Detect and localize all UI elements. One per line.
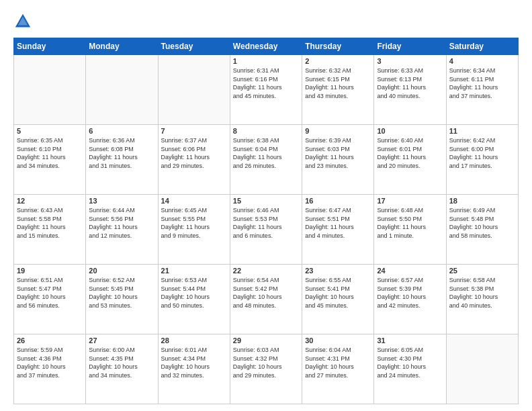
col-header-sunday: Sunday <box>14 38 86 55</box>
day-number: 23 <box>305 267 371 275</box>
day-number: 5 <box>17 127 83 135</box>
calendar-cell: 17Sunrise: 6:48 AM Sunset: 5:50 PM Dayli… <box>374 195 446 265</box>
day-info: Sunrise: 6:52 AM Sunset: 5:45 PM Dayligh… <box>89 276 154 310</box>
day-number: 4 <box>449 57 515 65</box>
calendar-cell <box>446 334 518 404</box>
day-number: 18 <box>449 197 515 205</box>
col-header-tuesday: Tuesday <box>158 38 230 55</box>
day-info: Sunrise: 6:45 AM Sunset: 5:55 PM Dayligh… <box>161 206 227 240</box>
col-header-saturday: Saturday <box>446 38 518 55</box>
day-info: Sunrise: 6:34 AM Sunset: 6:11 PM Dayligh… <box>449 66 515 100</box>
calendar-cell: 15Sunrise: 6:46 AM Sunset: 5:53 PM Dayli… <box>230 195 302 265</box>
day-number: 26 <box>17 336 83 345</box>
day-number: 3 <box>377 57 443 65</box>
calendar-cell: 19Sunrise: 6:51 AM Sunset: 5:47 PM Dayli… <box>14 265 86 334</box>
day-number: 8 <box>233 127 299 135</box>
header <box>13 12 519 31</box>
logo-icon <box>13 12 32 31</box>
day-number: 15 <box>233 197 299 205</box>
day-number: 16 <box>305 197 371 205</box>
day-number: 13 <box>89 197 154 205</box>
calendar-cell: 26Sunrise: 5:59 AM Sunset: 4:36 PM Dayli… <box>14 334 86 404</box>
calendar-cell: 7Sunrise: 6:37 AM Sunset: 6:06 PM Daylig… <box>158 125 230 195</box>
day-info: Sunrise: 6:38 AM Sunset: 6:04 PM Dayligh… <box>233 136 299 170</box>
day-info: Sunrise: 5:59 AM Sunset: 4:36 PM Dayligh… <box>17 346 83 379</box>
calendar-table: SundayMondayTuesdayWednesdayThursdayFrid… <box>13 38 519 404</box>
calendar-cell: 14Sunrise: 6:45 AM Sunset: 5:55 PM Dayli… <box>158 195 230 265</box>
calendar-cell: 3Sunrise: 6:33 AM Sunset: 6:13 PM Daylig… <box>374 55 446 125</box>
col-header-friday: Friday <box>374 38 446 55</box>
calendar-cell: 30Sunrise: 6:04 AM Sunset: 4:31 PM Dayli… <box>302 334 374 404</box>
calendar-cell <box>158 55 230 125</box>
day-number: 14 <box>161 197 227 205</box>
day-number: 7 <box>161 127 227 135</box>
calendar-cell: 31Sunrise: 6:05 AM Sunset: 4:30 PM Dayli… <box>374 334 446 404</box>
day-number: 31 <box>377 336 443 345</box>
calendar-cell: 9Sunrise: 6:39 AM Sunset: 6:03 PM Daylig… <box>302 125 374 195</box>
day-info: Sunrise: 6:58 AM Sunset: 5:38 PM Dayligh… <box>449 276 515 310</box>
day-info: Sunrise: 6:32 AM Sunset: 6:15 PM Dayligh… <box>305 66 371 100</box>
calendar-cell: 23Sunrise: 6:55 AM Sunset: 5:41 PM Dayli… <box>302 265 374 334</box>
day-info: Sunrise: 6:48 AM Sunset: 5:50 PM Dayligh… <box>377 206 443 240</box>
day-info: Sunrise: 6:54 AM Sunset: 5:42 PM Dayligh… <box>233 276 299 310</box>
calendar-cell: 29Sunrise: 6:03 AM Sunset: 4:32 PM Dayli… <box>230 334 302 404</box>
calendar-cell: 18Sunrise: 6:49 AM Sunset: 5:48 PM Dayli… <box>446 195 518 265</box>
day-info: Sunrise: 6:46 AM Sunset: 5:53 PM Dayligh… <box>233 206 299 240</box>
header-row: SundayMondayTuesdayWednesdayThursdayFrid… <box>14 38 519 55</box>
calendar-cell: 11Sunrise: 6:42 AM Sunset: 6:00 PM Dayli… <box>446 125 518 195</box>
day-number: 12 <box>17 197 83 205</box>
day-info: Sunrise: 6:53 AM Sunset: 5:44 PM Dayligh… <box>161 276 227 310</box>
day-number: 20 <box>89 267 154 275</box>
calendar-cell: 25Sunrise: 6:58 AM Sunset: 5:38 PM Dayli… <box>446 265 518 334</box>
day-info: Sunrise: 6:43 AM Sunset: 5:58 PM Dayligh… <box>17 206 83 240</box>
day-number: 24 <box>377 267 443 275</box>
day-info: Sunrise: 6:04 AM Sunset: 4:31 PM Dayligh… <box>305 346 371 379</box>
day-info: Sunrise: 6:35 AM Sunset: 6:10 PM Dayligh… <box>17 136 83 170</box>
week-row-2: 12Sunrise: 6:43 AM Sunset: 5:58 PM Dayli… <box>14 195 519 265</box>
page: SundayMondayTuesdayWednesdayThursdayFrid… <box>0 0 532 411</box>
day-number: 9 <box>305 127 371 135</box>
day-number: 1 <box>233 57 299 65</box>
day-info: Sunrise: 6:00 AM Sunset: 4:35 PM Dayligh… <box>89 346 154 379</box>
calendar-cell: 2Sunrise: 6:32 AM Sunset: 6:15 PM Daylig… <box>302 55 374 125</box>
calendar-cell: 20Sunrise: 6:52 AM Sunset: 5:45 PM Dayli… <box>86 265 158 334</box>
day-info: Sunrise: 6:05 AM Sunset: 4:30 PM Dayligh… <box>377 346 443 379</box>
week-row-3: 19Sunrise: 6:51 AM Sunset: 5:47 PM Dayli… <box>14 265 519 334</box>
day-info: Sunrise: 6:51 AM Sunset: 5:47 PM Dayligh… <box>17 276 83 310</box>
col-header-monday: Monday <box>86 38 158 55</box>
week-row-0: 1Sunrise: 6:31 AM Sunset: 6:16 PM Daylig… <box>14 55 519 125</box>
day-number: 21 <box>161 267 227 275</box>
day-number: 11 <box>449 127 515 135</box>
day-info: Sunrise: 6:01 AM Sunset: 4:34 PM Dayligh… <box>161 346 227 379</box>
calendar-cell: 12Sunrise: 6:43 AM Sunset: 5:58 PM Dayli… <box>14 195 86 265</box>
day-number: 29 <box>233 336 299 345</box>
day-number: 28 <box>161 336 227 345</box>
calendar-cell: 21Sunrise: 6:53 AM Sunset: 5:44 PM Dayli… <box>158 265 230 334</box>
day-number: 22 <box>233 267 299 275</box>
day-info: Sunrise: 6:37 AM Sunset: 6:06 PM Dayligh… <box>161 136 227 170</box>
logo <box>13 12 36 31</box>
calendar-cell: 13Sunrise: 6:44 AM Sunset: 5:56 PM Dayli… <box>86 195 158 265</box>
calendar-body: 1Sunrise: 6:31 AM Sunset: 6:16 PM Daylig… <box>14 55 519 404</box>
day-info: Sunrise: 6:55 AM Sunset: 5:41 PM Dayligh… <box>305 276 371 310</box>
calendar-cell: 4Sunrise: 6:34 AM Sunset: 6:11 PM Daylig… <box>446 55 518 125</box>
day-info: Sunrise: 6:42 AM Sunset: 6:00 PM Dayligh… <box>449 136 515 170</box>
day-number: 2 <box>305 57 371 65</box>
calendar-cell: 6Sunrise: 6:36 AM Sunset: 6:08 PM Daylig… <box>86 125 158 195</box>
day-number: 25 <box>449 267 515 275</box>
day-info: Sunrise: 6:03 AM Sunset: 4:32 PM Dayligh… <box>233 346 299 379</box>
col-header-wednesday: Wednesday <box>230 38 302 55</box>
day-info: Sunrise: 6:31 AM Sunset: 6:16 PM Dayligh… <box>233 66 299 100</box>
col-header-thursday: Thursday <box>302 38 374 55</box>
calendar-cell <box>14 55 86 125</box>
day-info: Sunrise: 6:36 AM Sunset: 6:08 PM Dayligh… <box>89 136 154 170</box>
calendar-cell: 24Sunrise: 6:57 AM Sunset: 5:39 PM Dayli… <box>374 265 446 334</box>
calendar-cell <box>86 55 158 125</box>
day-number: 19 <box>17 267 83 275</box>
week-row-1: 5Sunrise: 6:35 AM Sunset: 6:10 PM Daylig… <box>14 125 519 195</box>
day-number: 27 <box>89 336 154 345</box>
day-number: 6 <box>89 127 154 135</box>
day-info: Sunrise: 6:49 AM Sunset: 5:48 PM Dayligh… <box>449 206 515 240</box>
day-info: Sunrise: 6:47 AM Sunset: 5:51 PM Dayligh… <box>305 206 371 240</box>
day-number: 10 <box>377 127 443 135</box>
